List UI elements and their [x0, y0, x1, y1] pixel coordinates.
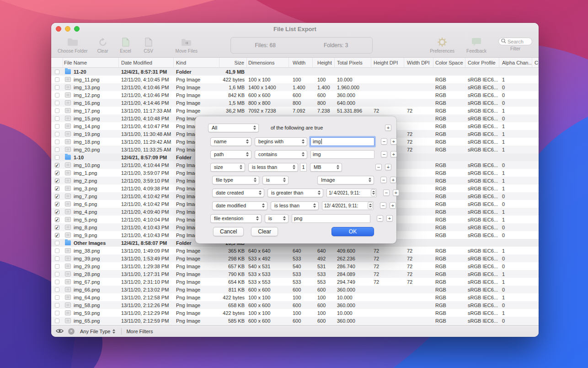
preferences-button[interactable]: Preferences [430, 37, 454, 54]
row-checkbox[interactable] [55, 186, 59, 191]
table-row[interactable]: img_38.png 13/11/20, 1:49:09 PM Png Imag… [51, 247, 539, 254]
add-rule-button[interactable]: + [386, 215, 393, 222]
row-checkbox[interactable] [55, 171, 59, 175]
value-input[interactable]: img [310, 137, 374, 146]
row-checkbox[interactable] [55, 147, 59, 152]
size-value-input[interactable]: 1 [300, 163, 307, 172]
table-row[interactable]: img_11.png 12/11/20, 4:10:45 PM Png Imag… [51, 76, 539, 83]
operator-dropdown[interactable]: is [262, 176, 289, 184]
row-checkbox[interactable] [55, 241, 59, 245]
row-checkbox[interactable] [55, 319, 59, 323]
row-checkbox[interactable] [55, 124, 59, 129]
ok-button[interactable]: OK [331, 227, 374, 236]
add-rule-button[interactable]: + [385, 124, 391, 131]
file-type-value-dropdown[interactable]: Image [317, 176, 374, 184]
remove-rule-button[interactable]: − [380, 202, 386, 209]
remove-rule-button[interactable]: − [381, 138, 387, 145]
close-window-button[interactable] [56, 26, 61, 32]
row-checkbox[interactable] [55, 70, 59, 74]
row-checkbox[interactable] [55, 116, 59, 121]
row-checkbox[interactable] [55, 264, 59, 269]
row-checkbox[interactable] [55, 287, 59, 292]
cancel-button[interactable]: Cancel [213, 227, 244, 236]
remove-rule-button[interactable]: − [375, 164, 382, 170]
table-row[interactable]: img_58.png 13/11/20, 2:12:26 PM Png Imag… [51, 301, 539, 309]
add-rule-button[interactable]: + [390, 151, 397, 157]
match-type-dropdown[interactable]: All [208, 124, 259, 132]
table-row[interactable]: img_12.png 12/11/20, 4:10:46 PM Png Imag… [51, 91, 539, 99]
table-row[interactable]: img_17.png 13/11/20, 11:17:33 AM Png Ima… [51, 107, 539, 114]
column-header-date-modified[interactable]: Date Modified [119, 58, 174, 67]
field-dropdown[interactable]: file type [212, 176, 259, 184]
add-rule-button[interactable]: + [390, 202, 396, 209]
add-rule-button[interactable]: + [390, 177, 396, 183]
row-checkbox[interactable] [55, 108, 59, 113]
row-checkbox[interactable] [55, 311, 59, 315]
column-header-height-dpi[interactable]: Height DPI [371, 58, 404, 67]
feedback-button[interactable]: Feedback [466, 37, 486, 54]
zoom-window-button[interactable] [74, 26, 80, 32]
table-row[interactable]: 11-20 12/4/21, 8:57:31 PM Folder 41,9 MB [51, 68, 539, 76]
column-header-total-pixels[interactable]: Total Pixels [335, 58, 371, 67]
operator-dropdown[interactable]: is less than [248, 163, 298, 172]
field-dropdown[interactable]: name [210, 137, 251, 146]
row-checkbox[interactable] [55, 272, 59, 276]
move-files-button[interactable]: Move Files [176, 37, 198, 54]
remove-rule-button[interactable]: − [383, 189, 390, 196]
date-value-input[interactable]: 12/ 4/2021, 9:11: [322, 201, 374, 210]
row-checkbox[interactable] [55, 132, 59, 136]
stepper-icon[interactable] [371, 189, 376, 196]
column-header-select[interactable] [51, 58, 63, 67]
row-checkbox[interactable] [55, 217, 59, 222]
column-header-dimensions[interactable]: Dimensions [247, 58, 289, 67]
file-type-filter-dropdown[interactable]: Any File Type [79, 329, 117, 334]
table-row[interactable]: img_66.png 13/11/20, 2:13:02 PM Png Imag… [51, 286, 539, 293]
clear-filter-icon[interactable]: × [68, 328, 75, 335]
column-header-size[interactable]: Size [219, 58, 247, 67]
remove-rule-button[interactable]: − [381, 151, 387, 157]
operator-dropdown[interactable]: is less than [271, 201, 319, 210]
row-checkbox[interactable] [55, 194, 59, 199]
column-header-color-profile[interactable]: Color Profile [465, 58, 499, 67]
row-checkbox[interactable] [55, 202, 59, 206]
table-row[interactable]: img_64.png 13/11/20, 2:12:58 PM Png Imag… [51, 293, 539, 301]
row-checkbox[interactable] [55, 295, 59, 300]
add-rule-button[interactable]: + [390, 138, 397, 145]
row-checkbox[interactable] [55, 101, 59, 105]
remove-rule-button[interactable]: − [377, 215, 383, 222]
column-header-width[interactable]: Width [289, 58, 313, 67]
table-row[interactable]: img_28.png 13/11/20, 1:27:31 PM Png Imag… [51, 270, 539, 278]
row-checkbox[interactable] [55, 249, 59, 253]
excel-export-button[interactable]: Excel [118, 37, 134, 54]
row-checkbox[interactable] [55, 163, 59, 168]
column-header-kind[interactable]: Kind [174, 58, 219, 67]
table-row[interactable]: img_29.png 13/11/20, 1:29:38 PM Png Imag… [51, 262, 539, 270]
column-header-file-name[interactable]: File Name [63, 58, 119, 67]
column-header-height[interactable]: Height [313, 58, 335, 67]
row-checkbox[interactable] [55, 280, 59, 284]
stepper-icon[interactable] [368, 202, 373, 209]
remove-rule-button[interactable]: − [380, 177, 387, 183]
csv-export-button[interactable]: CSV [141, 37, 156, 54]
table-row[interactable]: img_16.png 12/11/20, 4:14:46 PM Png Imag… [51, 99, 539, 107]
column-header-alpha-channel[interactable]: Alpha Chan... [499, 58, 532, 67]
field-dropdown[interactable]: file extension [210, 214, 262, 223]
eye-icon[interactable] [56, 328, 64, 335]
add-rule-button[interactable]: + [393, 189, 399, 196]
size-unit-dropdown[interactable]: MB [310, 163, 342, 172]
date-value-input[interactable]: 1/ 4/2021, 9:11: [326, 189, 377, 197]
clear-button[interactable]: Clear [95, 37, 111, 54]
value-input[interactable]: png [292, 214, 370, 223]
field-dropdown[interactable]: date modified [212, 201, 267, 210]
row-checkbox[interactable] [55, 93, 59, 97]
field-dropdown[interactable]: date created [212, 189, 264, 197]
table-row[interactable]: img_59.png 13/11/20, 2:12:29 PM Png Imag… [51, 309, 539, 317]
column-header-created[interactable]: Cr [532, 58, 539, 67]
table-row[interactable]: img_39.png 13/11/20, 1:53:49 PM Png Imag… [51, 254, 539, 262]
row-checkbox[interactable] [55, 210, 59, 214]
row-checkbox[interactable] [55, 155, 59, 160]
row-checkbox[interactable] [55, 85, 59, 90]
row-checkbox[interactable] [55, 233, 59, 238]
row-checkbox[interactable] [55, 225, 59, 230]
operator-dropdown[interactable]: contains [255, 150, 307, 159]
